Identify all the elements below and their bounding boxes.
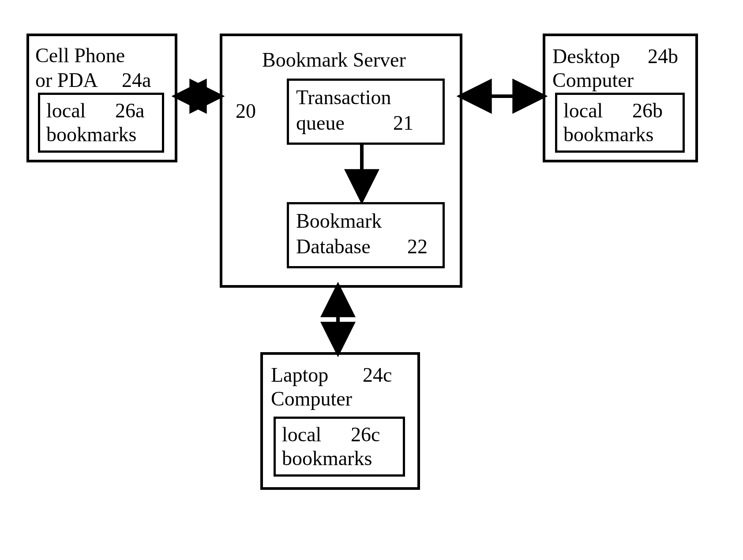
db-ref: 22	[407, 234, 428, 259]
desktop-box: Desktop 24b Computer local 26b bookmarks	[543, 34, 698, 162]
desktop-ref: 24b	[648, 44, 678, 68]
laptop-inner-ref: 26c	[351, 422, 380, 447]
bookmark-database-box: Bookmark Database 22	[287, 202, 445, 268]
cellphone-ref: 24a	[122, 68, 151, 92]
bookmark-server-box: Bookmark Server 20 Transaction queue 21 …	[220, 34, 462, 288]
transaction-queue-box: Transaction queue 21	[287, 79, 445, 145]
server-title: Bookmark Server	[262, 48, 406, 72]
desktop-inner-ref: 26b	[632, 98, 663, 123]
desktop-title-l2: Computer	[552, 68, 634, 92]
server-ref: 20	[236, 99, 256, 123]
desktop-bookmarks-box: local 26b bookmarks	[555, 93, 685, 153]
laptop-title-l1: Laptop	[271, 363, 328, 387]
txq-ref: 21	[393, 111, 413, 135]
db-line2: Database	[296, 234, 371, 259]
cellphone-title-l1: Cell Phone	[35, 43, 125, 68]
laptop-ref: 24c	[363, 363, 392, 387]
desktop-title-l1: Desktop	[552, 44, 620, 68]
desktop-inner-l1: local	[563, 98, 603, 123]
cellphone-inner-ref: 26a	[115, 98, 144, 123]
laptop-inner-l1: local	[282, 422, 321, 447]
laptop-bookmarks-box: local 26c bookmarks	[274, 417, 405, 477]
laptop-inner-l2: bookmarks	[282, 446, 372, 470]
db-line1: Bookmark	[296, 209, 382, 233]
cellphone-title-l2: or PDA	[35, 68, 98, 92]
cellphone-box: Cell Phone or PDA 24a local 26a bookmark…	[26, 34, 177, 162]
diagram-stage: Bookmark Server 20 Transaction queue 21 …	[0, 0, 743, 560]
cellphone-inner-l2: bookmarks	[46, 122, 136, 147]
txq-line2: queue	[296, 111, 345, 135]
laptop-title-l2: Computer	[271, 387, 352, 411]
cellphone-bookmarks-box: local 26a bookmarks	[38, 93, 164, 153]
desktop-inner-l2: bookmarks	[563, 122, 653, 147]
txq-line1: Transaction	[296, 85, 391, 109]
laptop-box: Laptop 24c Computer local 26c bookmarks	[260, 352, 420, 490]
cellphone-inner-l1: local	[46, 98, 86, 123]
